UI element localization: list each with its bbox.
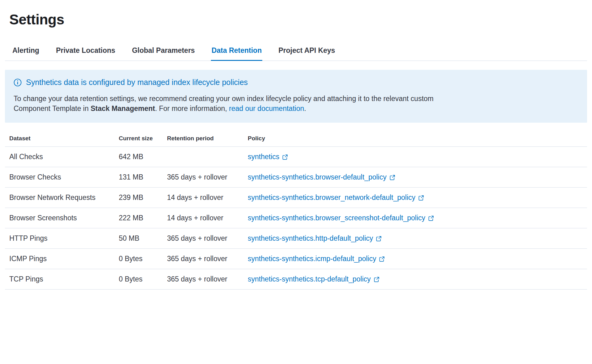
- external-link-icon: [376, 236, 382, 242]
- policy-cell: synthetics-synthetics.http-default_polic…: [248, 228, 587, 249]
- callout-bold-text: Stack Management: [91, 104, 155, 112]
- policy-link-label: synthetics-synthetics.browser-default_po…: [248, 173, 387, 181]
- table-row: HTTP Pings 50 MB 365 days + rollover syn…: [5, 228, 587, 249]
- dataset-cell: TCP Pings: [5, 269, 119, 290]
- dataset-cell: ICMP Pings: [5, 249, 119, 269]
- retention-period-cell: 365 days + rollover: [167, 228, 248, 249]
- policy-link-label: synthetics-synthetics.browser_network-de…: [248, 193, 415, 202]
- table-row: All Checks 642 MB synthetics: [5, 147, 587, 167]
- tab-global-parameters[interactable]: Global Parameters: [131, 41, 195, 61]
- retention-period-cell: 14 days + rollover: [167, 208, 248, 228]
- page-title: Settings: [9, 11, 587, 28]
- current-size-cell: 222 MB: [119, 208, 167, 228]
- retention-period-cell: [167, 147, 248, 167]
- policy-cell: synthetics-synthetics.browser_network-de…: [248, 188, 587, 208]
- tab-alerting[interactable]: Alerting: [12, 41, 40, 61]
- settings-page: Settings Alerting Private Locations Glob…: [0, 11, 592, 290]
- external-link-icon: [282, 154, 288, 160]
- policy-link-label: synthetics: [248, 153, 279, 161]
- current-size-cell: 642 MB: [119, 147, 167, 167]
- tab-project-api-keys[interactable]: Project API Keys: [278, 41, 336, 61]
- table-row: Browser Screenshots 222 MB 14 days + rol…: [5, 208, 587, 228]
- current-size-cell: 0 Bytes: [119, 269, 167, 290]
- table-row: Browser Checks 131 MB 365 days + rollove…: [5, 167, 587, 188]
- policy-link[interactable]: synthetics-synthetics.tcp-default_policy: [248, 275, 380, 283]
- documentation-link[interactable]: read our documentation: [229, 104, 304, 112]
- tab-private-locations[interactable]: Private Locations: [55, 41, 116, 61]
- policy-link-label: synthetics-synthetics.icmp-default_polic…: [248, 255, 376, 263]
- dataset-cell: Browser Network Requests: [5, 188, 119, 208]
- policy-link-label: synthetics-synthetics.http-default_polic…: [248, 234, 373, 243]
- policy-link-label: synthetics-synthetics.browser_screenshot…: [248, 214, 425, 222]
- table-header-row: Dataset Current size Retention period Po…: [5, 131, 587, 147]
- column-header-policy: Policy: [248, 131, 587, 147]
- retention-period-cell: 365 days + rollover: [167, 269, 248, 290]
- policy-link[interactable]: synthetics-synthetics.browser-default_po…: [248, 173, 395, 181]
- dataset-cell: Browser Checks: [5, 167, 119, 188]
- dataset-cell: Browser Screenshots: [5, 208, 119, 228]
- tab-data-retention[interactable]: Data Retention: [211, 41, 262, 61]
- settings-tabs: Alerting Private Locations Global Parame…: [5, 41, 587, 61]
- table-row: Browser Network Requests 239 MB 14 days …: [5, 188, 587, 208]
- dataset-cell: All Checks: [5, 147, 119, 167]
- current-size-cell: 239 MB: [119, 188, 167, 208]
- retention-period-cell: 365 days + rollover: [167, 167, 248, 188]
- table-row: TCP Pings 0 Bytes 365 days + rollover sy…: [5, 269, 587, 290]
- current-size-cell: 50 MB: [119, 228, 167, 249]
- policy-link[interactable]: synthetics-synthetics.http-default_polic…: [248, 234, 382, 243]
- data-retention-table: Dataset Current size Retention period Po…: [5, 131, 587, 290]
- external-link-icon: [428, 215, 434, 221]
- callout-title-row: Synthetics data is configured by managed…: [14, 78, 578, 87]
- external-link-icon: [418, 195, 424, 201]
- column-header-retention-period: Retention period: [167, 131, 248, 147]
- table-row: ICMP Pings 0 Bytes 365 days + rollover s…: [5, 249, 587, 269]
- policy-cell: synthetics-synthetics.browser_screenshot…: [248, 208, 587, 228]
- retention-period-cell: 365 days + rollover: [167, 249, 248, 269]
- policy-cell: synthetics-synthetics.icmp-default_polic…: [248, 249, 587, 269]
- info-icon: [14, 78, 22, 87]
- policy-link-label: synthetics-synthetics.tcp-default_policy: [248, 275, 371, 283]
- policy-link[interactable]: synthetics-synthetics.browser_screenshot…: [248, 214, 434, 222]
- column-header-current-size: Current size: [119, 131, 167, 147]
- callout-body: To change your data retention settings, …: [14, 94, 468, 113]
- policy-cell: synthetics-synthetics.tcp-default_policy: [248, 269, 587, 290]
- policy-link[interactable]: synthetics: [248, 153, 288, 161]
- external-link-icon: [379, 256, 385, 262]
- external-link-icon: [389, 175, 395, 180]
- ilm-callout: Synthetics data is configured by managed…: [5, 70, 587, 123]
- current-size-cell: 0 Bytes: [119, 249, 167, 269]
- callout-text-2: . For more information,: [155, 104, 229, 112]
- retention-period-cell: 14 days + rollover: [167, 188, 248, 208]
- current-size-cell: 131 MB: [119, 167, 167, 188]
- column-header-dataset: Dataset: [5, 131, 119, 147]
- policy-cell: synthetics-synthetics.browser-default_po…: [248, 167, 587, 188]
- external-link-icon: [374, 277, 380, 282]
- callout-text-3: .: [304, 104, 306, 112]
- policy-link[interactable]: synthetics-synthetics.icmp-default_polic…: [248, 255, 385, 263]
- policy-cell: synthetics: [248, 147, 587, 167]
- dataset-cell: HTTP Pings: [5, 228, 119, 249]
- policy-link[interactable]: synthetics-synthetics.browser_network-de…: [248, 193, 424, 202]
- callout-title: Synthetics data is configured by managed…: [26, 78, 248, 87]
